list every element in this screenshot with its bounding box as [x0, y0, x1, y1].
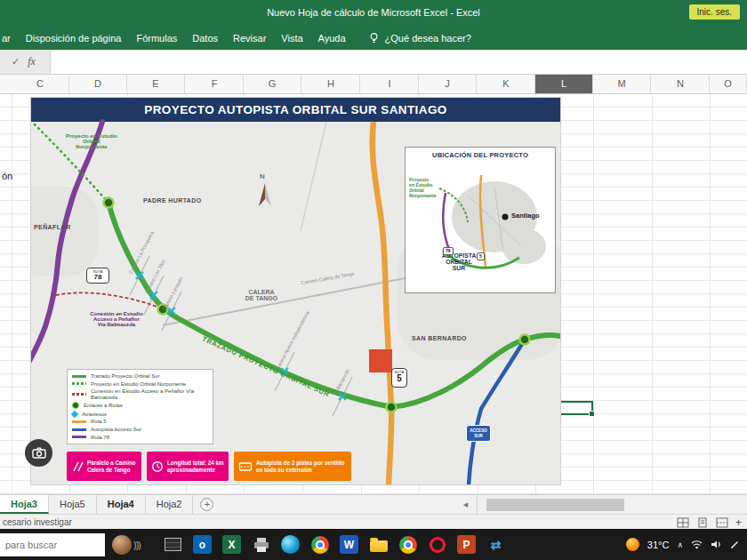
outlook-icon[interactable]: o: [188, 529, 217, 560]
enter-check-icon[interactable]: ✓: [12, 56, 20, 68]
horizontal-scrollbar-thumb[interactable]: [486, 499, 624, 511]
compass-north-label: N: [260, 172, 265, 180]
grid-line: [710, 94, 711, 494]
two-lane-road-icon: [238, 460, 253, 473]
avatar-icon[interactable]: ))): [108, 529, 158, 560]
window-title: Nuevo Hoja de cálculo de Microsoft Excel…: [0, 7, 747, 18]
hscroll-left-arrow[interactable]: ◀: [459, 499, 472, 511]
signin-button[interactable]: Inic. ses.: [689, 4, 740, 20]
info-box-pistas: Autopista de 2 pistas por sentido en tod…: [234, 452, 351, 481]
legend-label: Trazado Proyecto Orbital Sur: [91, 373, 159, 379]
ribbon-tab-formulas[interactable]: Fórmulas: [136, 33, 177, 44]
embedded-map-image[interactable]: PROYECTO AUTOPISTA ORBITAL SUR SANTIAGO: [31, 98, 560, 484]
sound-waves-glyph: ))): [133, 540, 141, 550]
screen-capture-overlay-button[interactable]: [25, 439, 52, 467]
tray-expand-icon[interactable]: ∧: [677, 540, 683, 549]
parallel-road-icon: [71, 460, 84, 473]
map-legend: Trazado Proyecto Orbital Sur Proyecto en…: [67, 369, 213, 444]
insert-function-icon[interactable]: fx: [28, 55, 36, 68]
task-view-icon[interactable]: [158, 529, 188, 560]
inset-title: UBICACIÓN DEL PROYECTO: [406, 151, 555, 159]
ribbon-tab-bar: ar Disposición de página Fórmulas Datos …: [0, 27, 747, 50]
normal-view-icon[interactable]: [677, 517, 689, 528]
sync-icon[interactable]: ⇄: [481, 529, 510, 560]
sheet-tab-hoja2[interactable]: Hoja2: [146, 495, 194, 514]
weather-icon[interactable]: [626, 538, 639, 551]
status-bar: cesario investigar +: [0, 514, 747, 529]
ruta-78-shield: RUTA 78: [86, 268, 109, 284]
label-norponiente: Proyecto en Estudio Orbital Norponiente: [54, 133, 129, 149]
printer-icon[interactable]: [246, 529, 276, 560]
col-header-O[interactable]: O: [710, 75, 747, 93]
excel-icon[interactable]: X: [217, 529, 246, 560]
tell-me-box[interactable]: ¿Qué desea hacer?: [368, 32, 471, 44]
tell-me-label: ¿Qué desea hacer?: [385, 33, 471, 44]
formula-bar: ✓ fx: [0, 50, 747, 75]
sheet-tab-hoja3[interactable]: Hoja3: [0, 495, 49, 514]
pen-icon[interactable]: [730, 540, 740, 549]
sheet-tab-hoja4[interactable]: Hoja4: [97, 495, 146, 514]
legend-swatch-node-circle: [72, 402, 79, 409]
worksheet-grid[interactable]: ón PROYECTO AUTOPISTA ORBITAL SUR SANTIA…: [0, 94, 747, 494]
legend-swatch-ruta78: [72, 436, 86, 438]
col-header-I[interactable]: I: [361, 75, 419, 93]
page-break-view-icon[interactable]: [716, 517, 728, 528]
temperature-label: 31°C: [647, 540, 670, 550]
grid-line: [652, 94, 653, 494]
col-header-E[interactable]: E: [127, 75, 185, 93]
col-header-K[interactable]: K: [478, 75, 535, 93]
powerpoint-icon[interactable]: P: [452, 529, 481, 560]
info-box-longitud: Longitud total: 24 km aproximadamente: [147, 452, 229, 481]
col-header-G[interactable]: G: [244, 75, 301, 93]
opera-icon[interactable]: [422, 529, 452, 560]
col-header-H[interactable]: H: [302, 75, 360, 93]
status-text: cesario investigar: [0, 517, 72, 527]
taskbar-pinned-apps: ))) o X W P ⇄: [108, 529, 510, 560]
ribbon-tab-revisar[interactable]: Revisar: [233, 33, 266, 44]
col-header-N[interactable]: N: [652, 75, 710, 93]
ribbon-tab-datos[interactable]: Datos: [192, 33, 218, 44]
zoom-in-button[interactable]: +: [735, 516, 742, 529]
wifi-icon[interactable]: [691, 540, 703, 549]
legend-swatch-atravieso: [71, 411, 78, 418]
horizontal-scrollbar[interactable]: [477, 495, 747, 514]
ribbon-tab-partial[interactable]: ar: [2, 33, 11, 44]
sheet-tab-bar: Hoja3 Hoja5 Hoja4 Hoja2 + ◀: [0, 494, 747, 514]
col-header-F[interactable]: F: [186, 75, 244, 93]
titlebar: Nuevo Hoja de cálculo de Microsoft Excel…: [0, 0, 747, 27]
volume-icon[interactable]: [711, 540, 722, 549]
chrome2-icon[interactable]: [393, 529, 422, 560]
chrome-icon[interactable]: [305, 529, 334, 560]
ribbon-tab-disposicion[interactable]: Disposición de página: [26, 33, 122, 44]
col-header-L-selected[interactable]: L: [535, 75, 593, 93]
legend-label: Conexión en Estudio Acceso a Peñaflor Ví…: [91, 388, 208, 400]
legend-label: Autopista Acceso Sur: [91, 427, 141, 432]
info-box-text: Longitud total: 24 km aproximadamente: [167, 460, 224, 473]
word-icon[interactable]: W: [334, 529, 364, 560]
label-padre-hurtado: PADRE HURTADO: [143, 197, 202, 204]
legend-swatch-ruta5: [72, 420, 86, 423]
edge-icon[interactable]: [276, 529, 305, 560]
legend-swatch-red-dash: [72, 393, 86, 396]
ruta-5-shield: RUTA 5: [391, 368, 407, 388]
label-san-bernardo: SAN BERNARDO: [412, 335, 467, 341]
taskbar-search-input[interactable]: [0, 533, 105, 556]
col-header-M[interactable]: M: [593, 75, 651, 93]
folder-icon[interactable]: [364, 529, 393, 560]
ribbon-tab-ayuda[interactable]: Ayuda: [318, 33, 346, 44]
col-header-D[interactable]: D: [69, 75, 127, 93]
new-sheet-button[interactable]: +: [200, 498, 213, 511]
col-header-C[interactable]: C: [12, 75, 69, 93]
legend-swatch-green-dash: [72, 382, 86, 385]
column-headers: C D E F G H I J K L M N O: [0, 75, 747, 94]
legend-label: Proyecto en Estudio Orbital Norponiente: [91, 381, 186, 387]
formula-input[interactable]: [50, 50, 747, 74]
legend-label: Enlaces a Rutas: [84, 403, 123, 408]
page-layout-view-icon[interactable]: [696, 517, 709, 528]
legend-label: Ruta 78: [91, 435, 109, 440]
col-header-J[interactable]: J: [419, 75, 477, 93]
ribbon-tab-vista[interactable]: Vista: [281, 33, 302, 44]
inset-shield-78: 78: [443, 247, 454, 255]
sheet-tab-hoja5[interactable]: Hoja5: [49, 495, 97, 514]
grid-line: [593, 94, 594, 494]
